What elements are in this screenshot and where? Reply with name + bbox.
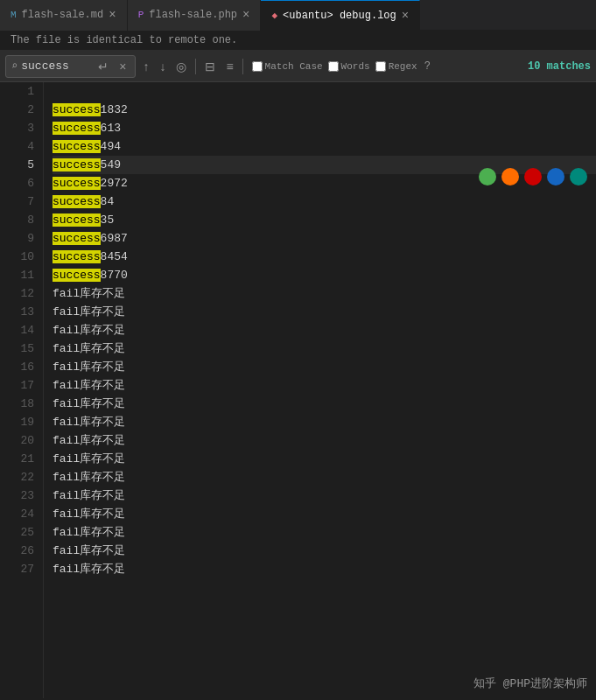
search-input[interactable]	[21, 60, 91, 73]
code-line-14: fail库存不足	[53, 321, 596, 340]
line-number-5: 5	[0, 156, 34, 174]
line-rest-8: 35	[101, 214, 115, 227]
line-number-21: 21	[0, 450, 34, 468]
tab-flash-php-close[interactable]: ×	[242, 9, 249, 21]
php-icon: P	[138, 10, 144, 20]
tab-debug-log-close[interactable]: ×	[402, 10, 409, 22]
code-line-2: success1832	[53, 101, 596, 119]
code-line-19: fail库存不足	[53, 413, 596, 431]
words-checkbox[interactable]	[328, 61, 339, 72]
match-case-checkbox[interactable]	[252, 61, 263, 72]
line-rest-9: 6987	[101, 232, 128, 245]
code-line-15: fail库存不足	[53, 340, 596, 358]
code-line-16: fail库存不足	[53, 358, 596, 376]
log-icon: ◆	[271, 10, 277, 21]
regex-option[interactable]: Regex	[375, 61, 417, 72]
search-help-icon[interactable]: ?	[424, 60, 431, 73]
code-line-27: fail库存不足	[53, 560, 596, 578]
line-rest-4: 494	[101, 140, 121, 153]
edge-icon[interactable]	[570, 168, 587, 186]
code-area[interactable]: success1832success613success494success54…	[44, 82, 596, 578]
search-prev-button[interactable]: ↑	[139, 59, 152, 74]
code-line-9: success6987	[53, 229, 596, 248]
line-number-26: 26	[0, 542, 34, 560]
line-number-16: 16	[0, 358, 34, 376]
line-rest-10: 8454	[101, 250, 128, 263]
search-next-button[interactable]: ↓	[156, 59, 169, 74]
line-number-18: 18	[0, 395, 34, 413]
search-clear-button[interactable]: ×	[116, 59, 130, 74]
search-enter-button[interactable]: ↵	[95, 59, 112, 74]
matches-label: matches	[547, 60, 591, 73]
tab-debug-log[interactable]: ◆ <ubantu> debug.log ×	[261, 0, 420, 31]
matches-count: 10 matches	[528, 60, 591, 73]
editor-area: 1234567891011121314151617181920212223242…	[0, 82, 596, 698]
chrome-icon[interactable]	[479, 168, 496, 186]
highlight-success-4: success	[53, 140, 101, 153]
code-line-4: success494	[53, 137, 596, 156]
line-number-22: 22	[0, 468, 34, 486]
search-options: Match Case Words Regex ?	[252, 60, 431, 73]
highlight-success-7: success	[53, 195, 101, 208]
line-number-13: 13	[0, 303, 34, 321]
watermark-text: 知乎 @PHP进阶架构师	[473, 677, 587, 690]
tab-flash-php-label: flash-sale.php	[149, 9, 237, 21]
code-line-11: success8770	[53, 266, 596, 284]
highlight-success-10: success	[53, 250, 101, 263]
highlight-success-2: success	[53, 103, 101, 116]
code-line-1	[53, 82, 596, 101]
line-number-4: 4	[0, 137, 34, 156]
words-option[interactable]: Words	[328, 61, 370, 72]
search-select-all-button[interactable]: ◎	[172, 59, 190, 74]
line-number-23: 23	[0, 486, 34, 505]
highlight-success-6: success	[53, 177, 101, 190]
search-filter-button[interactable]: ⊟	[201, 59, 219, 74]
line-rest-7: 84	[101, 195, 115, 208]
match-case-option[interactable]: Match Case	[252, 61, 323, 72]
tab-flash-md-close[interactable]: ×	[109, 9, 116, 21]
line-number-7: 7	[0, 192, 34, 211]
tab-debug-log-label: <ubantu> debug.log	[283, 10, 396, 22]
tab-flash-md-label: flash-sale.md	[22, 9, 104, 21]
line-number-2: 2	[0, 101, 34, 119]
ie-icon[interactable]	[547, 168, 564, 186]
search-filter2-button[interactable]: ≡	[222, 59, 236, 74]
search-input-wrap: ⌕ ↵ ×	[5, 55, 136, 78]
highlight-success-11: success	[53, 269, 101, 282]
code-line-17: fail库存不足	[53, 376, 596, 395]
code-line-3: success613	[53, 119, 596, 137]
line-number-12: 12	[0, 284, 34, 303]
browser-icons-bar	[479, 168, 587, 186]
line-number-1: 1	[0, 82, 34, 101]
code-line-24: fail库存不足	[53, 505, 596, 523]
code-line-10: success8454	[53, 248, 596, 266]
search-divider-2	[242, 59, 243, 74]
firefox-icon[interactable]	[501, 168, 519, 186]
line-number-20: 20	[0, 431, 34, 450]
code-line-22: fail库存不足	[53, 468, 596, 486]
line-number-27: 27	[0, 560, 34, 578]
line-rest-5: 549	[101, 158, 121, 172]
search-bar: ⌕ ↵ × ↑ ↓ ◎ ⊟ ≡ Match Case Words Regex ?…	[0, 51, 596, 82]
regex-checkbox[interactable]	[375, 61, 386, 72]
line-rest-3: 613	[101, 122, 121, 135]
line-number-25: 25	[0, 523, 34, 542]
code-line-20: fail库存不足	[53, 431, 596, 450]
tab-flash-md[interactable]: M flash-sale.md ×	[0, 0, 128, 31]
tab-bar: M flash-sale.md × P flash-sale.php × ◆ <…	[0, 0, 596, 31]
highlight-success-8: success	[53, 214, 101, 227]
md-icon: M	[11, 10, 17, 20]
line-numbers: 1234567891011121314151617181920212223242…	[0, 82, 44, 698]
line-number-15: 15	[0, 340, 34, 358]
match-case-label: Match Case	[265, 61, 323, 72]
notice-bar: The file is identical to remote one.	[0, 31, 596, 51]
opera-icon[interactable]	[524, 168, 542, 186]
line-number-8: 8	[0, 211, 34, 229]
editor-wrapper[interactable]: success1832success613success494success54…	[44, 82, 596, 698]
line-rest-6: 2972	[101, 177, 128, 190]
line-number-24: 24	[0, 505, 34, 523]
highlight-success-5: success	[53, 158, 101, 172]
line-number-19: 19	[0, 413, 34, 431]
code-line-18: fail库存不足	[53, 395, 596, 413]
tab-flash-php[interactable]: P flash-sale.php ×	[128, 0, 262, 31]
